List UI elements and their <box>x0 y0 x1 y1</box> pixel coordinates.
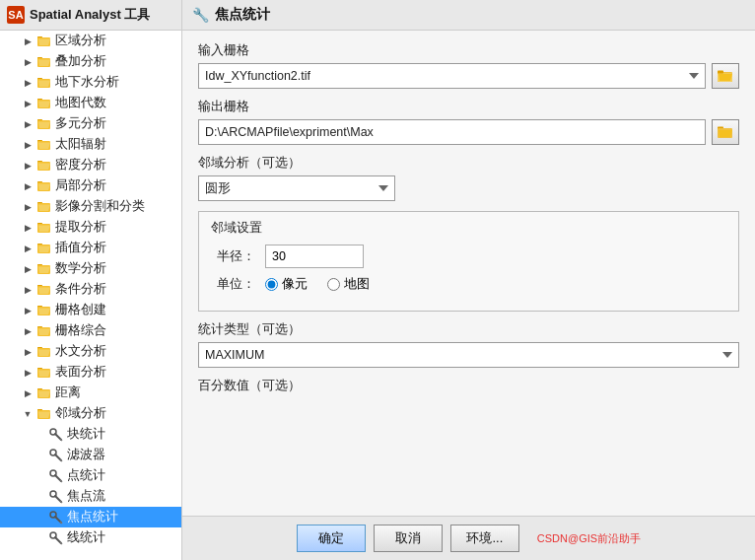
item-label-kuai: 块统计 <box>67 426 177 443</box>
svg-marker-13 <box>38 102 50 108</box>
sidebar-item-shuiwen[interactable]: ▶ 水文分析 <box>0 341 181 362</box>
sidebar-item-yingxiang[interactable]: ▶ 影像分割和分类 <box>0 196 181 217</box>
expand-icon-lvbo <box>34 450 45 461</box>
output-raster-browse-button[interactable] <box>712 119 739 145</box>
unit-label: 单位： <box>211 276 255 293</box>
sidebar-item-jubu[interactable]: ▶ 局部分析 <box>0 175 181 196</box>
item-label-duoyuan: 多元分析 <box>55 115 177 132</box>
env-button[interactable]: 环境... <box>450 525 519 552</box>
item-label-quyu: 区域分析 <box>55 33 177 49</box>
svg-marker-52 <box>38 371 50 378</box>
output-raster-row <box>198 119 739 145</box>
stats-select[interactable]: MAXIMUM MINIMUM MEAN MEDIAN SUM RANGE ST… <box>198 342 739 368</box>
item-icon-diejia <box>36 54 52 70</box>
input-raster-select[interactable]: Idw_XYfunction2.tif <box>198 63 706 89</box>
svg-marker-28 <box>38 205 50 212</box>
output-raster-input[interactable] <box>198 119 706 145</box>
item-label-dishui: 地下水分析 <box>55 74 177 91</box>
sidebar-item-shange_chuang[interactable]: ▶ 栅格创建 <box>0 300 181 320</box>
item-icon-dian <box>48 468 64 484</box>
svg-marker-49 <box>38 350 50 357</box>
item-icon-taiyang <box>36 137 52 153</box>
item-label-jiaodian: 焦点统计 <box>67 509 177 525</box>
sidebar-item-dishui[interactable]: ▶ 地下水分析 <box>0 72 181 93</box>
cancel-button[interactable]: 取消 <box>374 525 443 552</box>
item-icon-jiaodian_liu <box>48 489 64 505</box>
confirm-button[interactable]: 确定 <box>297 525 366 552</box>
expand-icon-jiaodian <box>34 512 45 524</box>
item-label-biaomian: 表面分析 <box>55 364 177 381</box>
sidebar-item-taiyang[interactable]: ▶ 太阳辐射 <box>0 134 181 155</box>
item-label-tiqu: 提取分析 <box>55 219 177 236</box>
unit-map-label[interactable]: 地图 <box>327 276 370 293</box>
item-icon-midu <box>36 158 52 174</box>
svg-marker-43 <box>38 309 50 315</box>
output-raster-label: 输出栅格 <box>198 99 739 115</box>
expand-icon-midu: ▶ <box>22 160 34 172</box>
item-label-jubu: 局部分析 <box>55 177 177 194</box>
svg-marker-58 <box>38 412 50 419</box>
item-label-xian: 线统计 <box>67 529 177 546</box>
unit-pixel-label[interactable]: 像元 <box>265 276 308 293</box>
svg-marker-10 <box>38 81 50 88</box>
item-label-taiyang: 太阳辐射 <box>55 136 177 153</box>
neighborhood-row: 圆形 矩形 环形 扇形 楔形 <box>198 175 739 201</box>
unit-map-radio[interactable] <box>327 278 340 291</box>
expand-icon-shange_chuang: ▶ <box>22 305 34 316</box>
sidebar-item-chazhi[interactable]: ▶ 插值分析 <box>0 238 181 258</box>
item-icon-juli <box>36 385 52 401</box>
radius-input[interactable] <box>265 245 364 268</box>
sidebar-item-jiaodian_liu[interactable]: 焦点流 <box>0 486 181 507</box>
svg-marker-16 <box>38 122 50 129</box>
input-raster-browse-button[interactable] <box>712 63 739 89</box>
unit-pixel-radio[interactable] <box>265 278 278 291</box>
sidebar-item-tiaojian[interactable]: ▶ 条件分析 <box>0 279 181 300</box>
sidebar-item-jiaodian[interactable]: 焦点统计 <box>0 507 181 527</box>
sidebar-item-dian[interactable]: 点统计 <box>0 465 181 486</box>
item-label-shuxue: 数学分析 <box>55 260 177 277</box>
sidebar-item-dituma[interactable]: ▶ 地图代数 <box>0 93 181 113</box>
item-label-shuiwen: 水文分析 <box>55 343 177 360</box>
sidebar-item-biaomian[interactable]: ▶ 表面分析 <box>0 362 181 383</box>
sidebar-item-shange_zong[interactable]: ▶ 栅格综合 <box>0 320 181 341</box>
percentile-label: 百分数值（可选） <box>198 378 739 394</box>
sidebar-item-kuai[interactable]: 块统计 <box>0 424 181 445</box>
sidebar-item-tiqu[interactable]: ▶ 提取分析 <box>0 217 181 238</box>
sidebar-item-diejia[interactable]: ▶ 叠加分析 <box>0 51 181 72</box>
sidebar-item-xian[interactable]: 线统计 <box>0 527 181 548</box>
svg-marker-19 <box>38 143 50 150</box>
item-icon-shange_zong <box>36 323 52 339</box>
svg-rect-81 <box>718 71 723 74</box>
input-raster-row: Idw_XYfunction2.tif <box>198 63 739 89</box>
item-icon-duoyuan <box>36 116 52 132</box>
svg-marker-7 <box>38 60 50 67</box>
expand-icon-dian <box>34 470 45 482</box>
expand-icon-shuxue: ▶ <box>22 263 34 275</box>
svg-marker-4 <box>38 39 50 46</box>
sidebar-item-quyu[interactable]: ▶ 区域分析 <box>0 31 181 51</box>
sidebar-item-shuxue[interactable]: ▶ 数学分析 <box>0 258 181 279</box>
main-panel: 🔧 焦点统计 输入栅格 Idw_XYfunction2.tif <box>182 0 755 560</box>
sidebar-item-midu[interactable]: ▶ 密度分析 <box>0 155 181 175</box>
neighborhood-settings-title: 邻域设置 <box>211 220 726 237</box>
watermark-text: CSDN@GIS前沿助手 <box>537 531 641 546</box>
item-icon-dishui <box>36 75 52 91</box>
expand-icon-shange_zong: ▶ <box>22 325 34 337</box>
sidebar-item-juli[interactable]: ▶ 距离 <box>0 383 181 403</box>
item-label-diejia: 叠加分析 <box>55 53 177 70</box>
item-label-shange_zong: 栅格综合 <box>55 322 177 339</box>
item-label-midu: 密度分析 <box>55 157 177 174</box>
item-icon-shange_chuang <box>36 303 52 318</box>
expand-icon-juli: ▶ <box>22 387 34 399</box>
sidebar-item-lvbo[interactable]: 滤波器 <box>0 445 181 465</box>
item-label-juli: 距离 <box>55 385 177 401</box>
item-icon-jubu <box>36 178 52 194</box>
sidebar-item-linyu[interactable]: ▼ 邻域分析 <box>0 403 181 424</box>
sidebar-item-duoyuan[interactable]: ▶ 多元分析 <box>0 113 181 134</box>
expand-icon-dishui: ▶ <box>22 77 34 89</box>
expand-icon-linyu: ▼ <box>22 408 34 420</box>
item-icon-quyu <box>36 34 52 49</box>
svg-marker-84 <box>719 130 732 137</box>
neighborhood-select[interactable]: 圆形 矩形 环形 扇形 楔形 <box>198 175 395 201</box>
output-raster-group: 输出栅格 <box>198 99 739 145</box>
